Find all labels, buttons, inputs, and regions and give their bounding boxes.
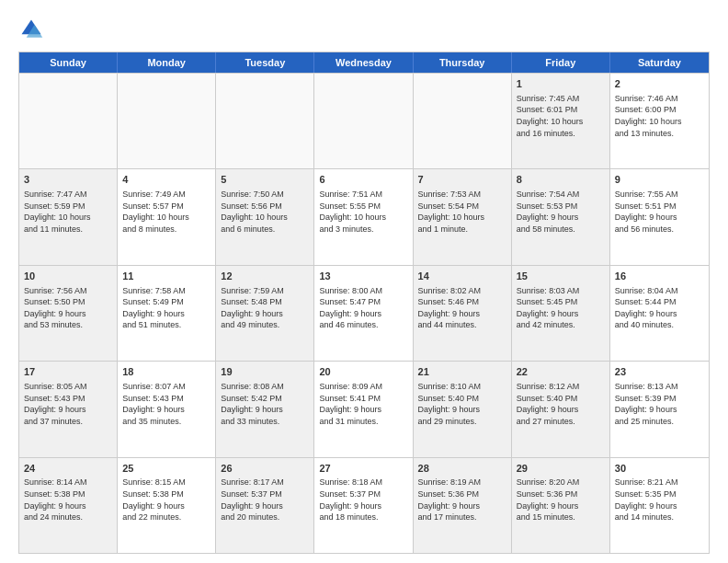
day-header-tuesday: Tuesday (216, 52, 314, 73)
cell-info: Sunrise: 7:54 AM Sunset: 5:53 PM Dayligh… (517, 189, 605, 235)
calendar-cell: 27Sunrise: 8:18 AM Sunset: 5:37 PM Dayli… (314, 458, 413, 553)
day-header-thursday: Thursday (414, 52, 512, 73)
day-number: 18 (122, 365, 210, 379)
calendar-cell: 20Sunrise: 8:09 AM Sunset: 5:41 PM Dayli… (314, 362, 413, 456)
cell-info: Sunrise: 7:47 AM Sunset: 5:59 PM Dayligh… (24, 189, 112, 235)
cell-info: Sunrise: 8:03 AM Sunset: 5:45 PM Dayligh… (517, 285, 605, 331)
day-number: 29 (517, 462, 605, 476)
calendar-cell: 12Sunrise: 7:59 AM Sunset: 5:48 PM Dayli… (216, 266, 314, 361)
calendar-cell: 9Sunrise: 7:55 AM Sunset: 5:51 PM Daylig… (610, 169, 709, 264)
calendar-cell: 22Sunrise: 8:12 AM Sunset: 5:40 PM Dayli… (512, 362, 610, 456)
cell-info: Sunrise: 8:09 AM Sunset: 5:41 PM Dayligh… (319, 381, 407, 427)
calendar-cell: 15Sunrise: 8:03 AM Sunset: 5:45 PM Dayli… (512, 266, 610, 361)
cell-info: Sunrise: 8:19 AM Sunset: 5:36 PM Dayligh… (418, 477, 506, 523)
cell-info: Sunrise: 8:20 AM Sunset: 5:36 PM Dayligh… (517, 477, 605, 523)
cell-info: Sunrise: 7:59 AM Sunset: 5:48 PM Dayligh… (221, 285, 309, 331)
day-number: 25 (122, 462, 210, 476)
cell-info: Sunrise: 8:14 AM Sunset: 5:38 PM Dayligh… (24, 477, 112, 523)
day-number: 12 (221, 270, 309, 283)
calendar-cell: 5Sunrise: 7:50 AM Sunset: 5:56 PM Daylig… (216, 169, 314, 264)
day-number: 11 (122, 270, 210, 283)
cell-info: Sunrise: 8:18 AM Sunset: 5:37 PM Dayligh… (319, 477, 407, 523)
day-header-sunday: Sunday (19, 52, 118, 73)
day-number: 1 (517, 77, 605, 91)
cell-info: Sunrise: 7:50 AM Sunset: 5:56 PM Dayligh… (221, 189, 309, 235)
calendar-cell (19, 74, 118, 168)
calendar-cell: 26Sunrise: 8:17 AM Sunset: 5:37 PM Dayli… (216, 458, 314, 553)
calendar-cell: 1Sunrise: 7:45 AM Sunset: 6:01 PM Daylig… (512, 74, 610, 168)
calendar-cell: 18Sunrise: 8:07 AM Sunset: 5:43 PM Dayli… (118, 362, 216, 456)
calendar-row-3: 17Sunrise: 8:05 AM Sunset: 5:43 PM Dayli… (19, 361, 709, 456)
cell-info: Sunrise: 8:05 AM Sunset: 5:43 PM Dayligh… (24, 381, 112, 427)
cell-info: Sunrise: 8:00 AM Sunset: 5:47 PM Dayligh… (319, 285, 407, 331)
cell-info: Sunrise: 8:17 AM Sunset: 5:37 PM Dayligh… (221, 477, 309, 523)
day-headers: SundayMondayTuesdayWednesdayThursdayFrid… (19, 52, 709, 73)
cell-info: Sunrise: 8:15 AM Sunset: 5:38 PM Dayligh… (122, 477, 210, 523)
cell-info: Sunrise: 8:10 AM Sunset: 5:40 PM Dayligh… (418, 381, 506, 427)
cell-info: Sunrise: 8:21 AM Sunset: 5:35 PM Dayligh… (615, 477, 704, 523)
calendar-row-1: 3Sunrise: 7:47 AM Sunset: 5:59 PM Daylig… (19, 168, 709, 264)
calendar-cell: 28Sunrise: 8:19 AM Sunset: 5:36 PM Dayli… (414, 458, 512, 553)
day-number: 14 (418, 270, 506, 283)
calendar-cell: 8Sunrise: 7:54 AM Sunset: 5:53 PM Daylig… (512, 169, 610, 264)
day-number: 23 (615, 365, 704, 379)
day-number: 20 (319, 365, 407, 379)
calendar-cell: 30Sunrise: 8:21 AM Sunset: 5:35 PM Dayli… (610, 458, 709, 553)
day-number: 3 (24, 173, 112, 187)
day-number: 5 (221, 173, 309, 187)
day-number: 7 (418, 173, 506, 187)
logo-icon (18, 17, 44, 42)
day-number: 10 (24, 270, 112, 283)
calendar-cell: 16Sunrise: 8:04 AM Sunset: 5:44 PM Dayli… (610, 266, 709, 361)
day-number: 6 (319, 173, 407, 187)
cell-info: Sunrise: 8:02 AM Sunset: 5:46 PM Dayligh… (418, 285, 506, 331)
cell-info: Sunrise: 7:49 AM Sunset: 5:57 PM Dayligh… (122, 189, 210, 235)
calendar-cell: 25Sunrise: 8:15 AM Sunset: 5:38 PM Dayli… (118, 458, 216, 553)
cell-info: Sunrise: 7:46 AM Sunset: 6:00 PM Dayligh… (615, 93, 704, 139)
cell-info: Sunrise: 7:45 AM Sunset: 6:01 PM Dayligh… (517, 93, 605, 139)
calendar-cell: 21Sunrise: 8:10 AM Sunset: 5:40 PM Dayli… (414, 362, 512, 456)
cell-info: Sunrise: 7:58 AM Sunset: 5:49 PM Dayligh… (122, 285, 210, 331)
calendar-row-4: 24Sunrise: 8:14 AM Sunset: 5:38 PM Dayli… (19, 457, 709, 553)
cell-info: Sunrise: 8:12 AM Sunset: 5:40 PM Dayligh… (517, 381, 605, 427)
calendar-cell: 7Sunrise: 7:53 AM Sunset: 5:54 PM Daylig… (414, 169, 512, 264)
day-number: 8 (517, 173, 605, 187)
cell-info: Sunrise: 8:07 AM Sunset: 5:43 PM Dayligh… (122, 381, 210, 427)
day-header-monday: Monday (118, 52, 216, 73)
page: SundayMondayTuesdayWednesdayThursdayFrid… (0, 0, 728, 563)
day-header-saturday: Saturday (610, 52, 709, 73)
calendar-cell (216, 74, 314, 168)
day-number: 30 (615, 462, 704, 476)
calendar-cell (118, 74, 216, 168)
cell-info: Sunrise: 7:51 AM Sunset: 5:55 PM Dayligh… (319, 189, 407, 235)
cell-info: Sunrise: 8:04 AM Sunset: 5:44 PM Dayligh… (615, 285, 704, 331)
cell-info: Sunrise: 7:56 AM Sunset: 5:50 PM Dayligh… (24, 285, 112, 331)
calendar-cell: 29Sunrise: 8:20 AM Sunset: 5:36 PM Dayli… (512, 458, 610, 553)
calendar-cell: 6Sunrise: 7:51 AM Sunset: 5:55 PM Daylig… (314, 169, 413, 264)
calendar-cell: 17Sunrise: 8:05 AM Sunset: 5:43 PM Dayli… (19, 362, 118, 456)
day-number: 17 (24, 365, 112, 379)
calendar-cell: 23Sunrise: 8:13 AM Sunset: 5:39 PM Dayli… (610, 362, 709, 456)
day-number: 22 (517, 365, 605, 379)
calendar-cell: 19Sunrise: 8:08 AM Sunset: 5:42 PM Dayli… (216, 362, 314, 456)
calendar-cell: 10Sunrise: 7:56 AM Sunset: 5:50 PM Dayli… (19, 266, 118, 361)
cell-info: Sunrise: 8:08 AM Sunset: 5:42 PM Dayligh… (221, 381, 309, 427)
day-number: 24 (24, 462, 112, 476)
day-number: 21 (418, 365, 506, 379)
calendar-row-0: 1Sunrise: 7:45 AM Sunset: 6:01 PM Daylig… (19, 73, 709, 168)
cell-info: Sunrise: 8:13 AM Sunset: 5:39 PM Dayligh… (615, 381, 704, 427)
day-number: 28 (418, 462, 506, 476)
cell-info: Sunrise: 7:53 AM Sunset: 5:54 PM Dayligh… (418, 189, 506, 235)
day-number: 9 (615, 173, 704, 187)
calendar: SundayMondayTuesdayWednesdayThursdayFrid… (18, 52, 710, 554)
day-number: 19 (221, 365, 309, 379)
calendar-cell (414, 74, 512, 168)
day-number: 27 (319, 462, 407, 476)
calendar-cell: 14Sunrise: 8:02 AM Sunset: 5:46 PM Dayli… (414, 266, 512, 361)
calendar-cell: 13Sunrise: 8:00 AM Sunset: 5:47 PM Dayli… (314, 266, 413, 361)
calendar-row-2: 10Sunrise: 7:56 AM Sunset: 5:50 PM Dayli… (19, 265, 709, 361)
calendar-cell: 3Sunrise: 7:47 AM Sunset: 5:59 PM Daylig… (19, 169, 118, 264)
calendar-cell: 2Sunrise: 7:46 AM Sunset: 6:00 PM Daylig… (610, 74, 709, 168)
day-number: 13 (319, 270, 407, 283)
calendar-cell: 11Sunrise: 7:58 AM Sunset: 5:49 PM Dayli… (118, 266, 216, 361)
